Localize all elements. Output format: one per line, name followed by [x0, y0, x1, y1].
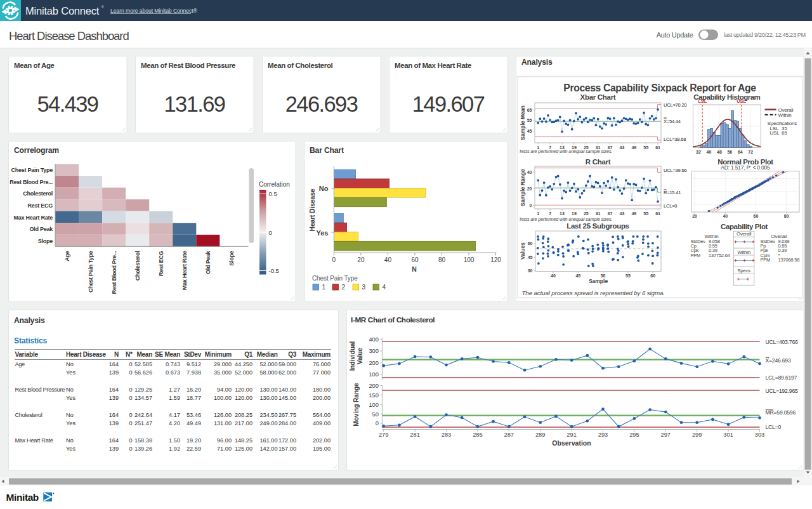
- svg-text:61: 61: [655, 211, 660, 216]
- svg-text:145.00: 145.00: [278, 395, 296, 401]
- svg-text:140.00: 140.00: [278, 387, 296, 393]
- svg-text:0.673: 0.673: [166, 369, 180, 376]
- svg-text:Tests are performed with unequ: Tests are performed with unequal sample …: [519, 216, 612, 222]
- svg-text:Chest Pain Type: Chest Pain Type: [11, 167, 53, 173]
- svg-text:234.50: 234.50: [259, 412, 277, 418]
- svg-text:287: 287: [504, 432, 514, 438]
- svg-text:55: 55: [643, 211, 648, 216]
- svg-text:No: No: [66, 361, 74, 367]
- svg-text:279: 279: [379, 432, 389, 438]
- svg-text:202.00: 202.00: [313, 437, 331, 444]
- svg-text:149.607: 149.607: [412, 92, 485, 116]
- svg-text:0.5: 0.5: [269, 190, 277, 197]
- svg-text:7.938: 7.938: [187, 369, 201, 376]
- svg-text:0: 0: [129, 387, 132, 393]
- svg-text:200: 200: [369, 360, 379, 366]
- svg-text:100: 100: [464, 256, 475, 263]
- svg-text:Yes: Yes: [66, 369, 75, 376]
- svg-text:100: 100: [369, 402, 379, 408]
- svg-text:1.59: 1.59: [169, 395, 180, 401]
- svg-text:Cholesterol: Cholesterol: [23, 190, 53, 197]
- svg-text:Old Peak: Old Peak: [29, 226, 53, 232]
- svg-text:53.46: 53.46: [187, 412, 201, 418]
- svg-text:No: No: [66, 387, 74, 393]
- svg-text:19: 19: [572, 211, 577, 216]
- svg-text:139: 139: [109, 395, 119, 401]
- svg-text:301: 301: [723, 432, 733, 438]
- svg-text:54.439: 54.439: [37, 92, 98, 116]
- svg-text:400: 400: [369, 336, 379, 343]
- svg-text:Q1: Q1: [244, 351, 253, 358]
- svg-text:Age: Age: [64, 251, 70, 261]
- svg-text:59.000: 59.000: [278, 361, 296, 367]
- svg-text:3: 3: [362, 284, 366, 291]
- svg-text:284.00: 284.00: [278, 420, 296, 426]
- svg-text:Within: Within: [778, 112, 792, 118]
- svg-text:Rest ECG: Rest ECG: [27, 202, 53, 209]
- svg-text:56: 56: [727, 150, 732, 154]
- svg-text:25: 25: [584, 211, 589, 216]
- svg-text:251.47: 251.47: [134, 420, 152, 426]
- svg-text:Capability Plot: Capability Plot: [721, 223, 768, 230]
- svg-text:20: 20: [692, 214, 697, 218]
- svg-text:Minitab: Minitab: [6, 492, 39, 503]
- svg-text:60: 60: [650, 274, 655, 278]
- svg-text:Cholesterol: Cholesterol: [134, 251, 141, 281]
- svg-text:49: 49: [631, 145, 636, 150]
- svg-text:242.64: 242.64: [134, 412, 152, 418]
- svg-text:45: 45: [528, 255, 533, 260]
- svg-text:40: 40: [707, 150, 712, 154]
- svg-text:161.00: 161.00: [259, 437, 277, 444]
- svg-text:43: 43: [620, 145, 625, 150]
- svg-text:X=54.44: X=54.44: [664, 119, 681, 124]
- svg-text:137068.58: 137068.58: [778, 257, 800, 263]
- svg-text:Yes: Yes: [316, 229, 328, 237]
- svg-text:Values: Values: [520, 242, 526, 260]
- svg-text:49.49: 49.49: [187, 420, 201, 426]
- svg-text:52.000: 52.000: [259, 361, 277, 367]
- svg-text:Sample: Sample: [589, 278, 608, 284]
- svg-text:164: 164: [109, 361, 119, 367]
- svg-text:37: 37: [608, 211, 613, 216]
- svg-text:USL: USL: [737, 98, 746, 104]
- svg-text:N*: N*: [126, 351, 133, 358]
- svg-text:29.000: 29.000: [214, 361, 232, 367]
- svg-text:Specs: Specs: [737, 268, 750, 274]
- svg-text:142.00: 142.00: [259, 446, 277, 452]
- svg-text:Bar Chart: Bar Chart: [310, 146, 344, 155]
- svg-text:164: 164: [109, 437, 119, 444]
- svg-text:No: No: [66, 437, 74, 444]
- svg-text:LCL=38.68: LCL=38.68: [664, 136, 686, 142]
- svg-text:0: 0: [129, 446, 132, 452]
- svg-text:80: 80: [784, 214, 789, 218]
- svg-text:150: 150: [369, 392, 379, 399]
- svg-text:Correlogram: Correlogram: [14, 146, 59, 155]
- svg-text:0: 0: [376, 420, 379, 426]
- svg-text:Heart Disease: Heart Disease: [308, 188, 316, 231]
- svg-text:283: 283: [442, 432, 452, 438]
- svg-text:200.00: 200.00: [313, 395, 331, 401]
- svg-text:The actual process spread is r: The actual process spread is represented…: [522, 289, 665, 296]
- svg-text:52.585: 52.585: [134, 361, 152, 367]
- svg-text:130.00: 130.00: [259, 387, 277, 393]
- svg-text:No: No: [66, 412, 74, 418]
- svg-text:125.00: 125.00: [235, 446, 252, 452]
- svg-text:131.00: 131.00: [214, 420, 232, 426]
- svg-text:Q3: Q3: [288, 351, 297, 358]
- svg-text:®: ®: [102, 5, 105, 9]
- svg-text:AD: 1.517, P: < 0.005: AD: 1.517, P: < 0.005: [721, 164, 770, 171]
- svg-text:281: 281: [410, 432, 420, 438]
- svg-text:Rest ECG: Rest ECG: [158, 251, 164, 276]
- svg-text:55: 55: [643, 145, 648, 150]
- svg-text:Cholesterol: Cholesterol: [15, 412, 42, 418]
- svg-text:35.000: 35.000: [214, 369, 232, 376]
- svg-text:StDev: StDev: [184, 351, 202, 358]
- svg-text:44.250: 44.250: [235, 361, 252, 367]
- svg-text:291: 291: [566, 432, 577, 438]
- svg-text:40: 40: [384, 256, 392, 263]
- svg-text:Analysis: Analysis: [14, 316, 45, 325]
- svg-text:297: 297: [661, 432, 671, 438]
- svg-text:76.000: 76.000: [313, 361, 331, 367]
- svg-text:409.00: 409.00: [313, 420, 331, 426]
- svg-text:80: 80: [438, 256, 446, 263]
